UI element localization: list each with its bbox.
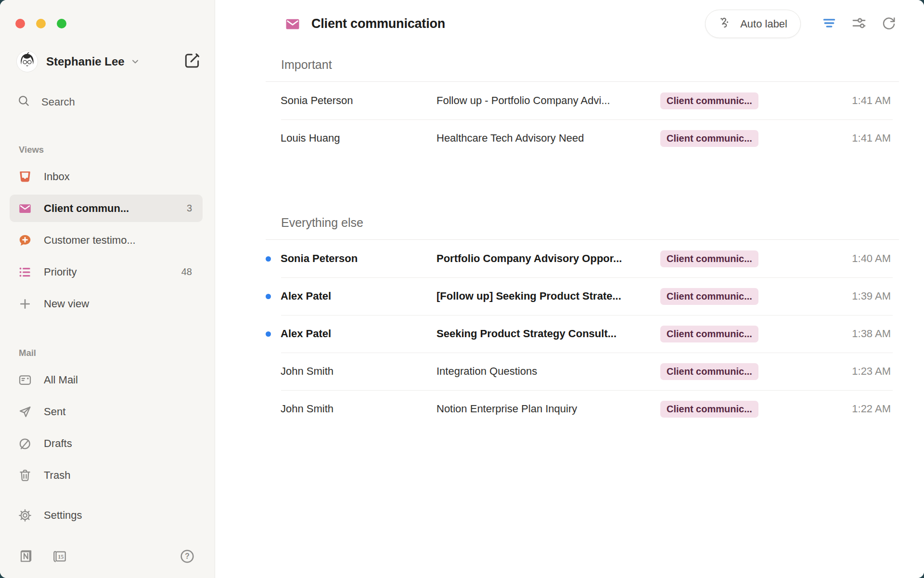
view-header: Client communication Auto label (215, 0, 924, 48)
sidebar-item-new-view[interactable]: New view (10, 290, 203, 317)
sidebar-item-all-mail[interactable]: All Mail (10, 366, 203, 394)
label-badge: Client communic... (660, 92, 758, 109)
label-badge: Client communic... (660, 130, 758, 147)
search-item[interactable]: Search (7, 90, 205, 115)
plus-icon (18, 297, 32, 311)
email-row[interactable]: Louis HuangHealthcare Tech Advisory Need… (266, 119, 899, 157)
refresh-icon (881, 15, 897, 32)
display-settings-button[interactable] (849, 14, 869, 34)
email-list: ImportantSonia PetersonFollow up - Portf… (215, 48, 924, 578)
unread-dot (266, 331, 271, 337)
email-time: 1:41 AM (782, 132, 899, 144)
sidebar-item-label: All Mail (44, 374, 78, 386)
sidebar-item-customer-testimo[interactable]: Customer testimo... (10, 226, 203, 254)
gear-icon (18, 508, 32, 523)
svg-text:?: ? (185, 552, 190, 560)
label-icon (284, 16, 301, 32)
email-time: 1:38 AM (782, 328, 899, 340)
chevron-down-icon (130, 57, 140, 66)
chat-plus-icon (18, 233, 32, 248)
sidebar-item-client-commun[interactable]: Client commun...3 (10, 195, 203, 222)
section-title: Important (266, 48, 899, 82)
sidebar: Stephanie Lee Search ViewsInboxCli (0, 0, 215, 578)
label-badge: Client communic... (660, 401, 758, 418)
close-button[interactable] (15, 19, 25, 28)
email-sender: John Smith (281, 403, 436, 415)
email-subject: Seeking Product Strategy Consult... (436, 328, 660, 340)
sidebar-item-label: Trash (44, 469, 70, 482)
email-subject: Notion Enterprise Plan Inquiry (436, 403, 660, 415)
draft-icon (18, 436, 32, 451)
email-sender: Sonia Peterson (281, 94, 436, 107)
email-row[interactable]: John SmithNotion Enterprise Plan Inquiry… (266, 390, 899, 428)
email-row[interactable]: John SmithIntegration QuestionsClient co… (266, 353, 899, 390)
filter-button[interactable] (819, 14, 839, 34)
compose-button[interactable] (183, 52, 201, 71)
sidebar-item-label: Priority (44, 266, 77, 278)
label-badge: Client communic... (660, 363, 758, 380)
account-switcher[interactable]: Stephanie Lee (16, 51, 201, 72)
email-time: 1:22 AM (782, 403, 899, 415)
sidebar-item-label: Client commun... (44, 202, 129, 215)
email-time: 1:41 AM (782, 94, 899, 107)
sidebar-item-label: Sent (44, 406, 65, 418)
sidebar-nav: ViewsInboxClient commun...3Customer test… (0, 115, 215, 493)
settings-label: Settings (44, 509, 82, 522)
filter-icon (821, 15, 837, 33)
label-badge: Client communic... (660, 250, 758, 267)
calendar-icon[interactable]: 15 (52, 549, 67, 564)
auto-label-text: Auto label (740, 18, 787, 30)
unread-dot (266, 294, 271, 299)
unread-dot (266, 256, 271, 262)
label-badge: Client communic... (660, 288, 758, 305)
email-subject: Healthcare Tech Advisory Need (436, 132, 660, 144)
compose-icon (183, 52, 201, 71)
email-row[interactable]: Sonia PetersonPortfolio Company Advisory… (266, 240, 899, 277)
email-sender: Sonia Peterson (281, 252, 436, 265)
svg-text:15: 15 (58, 553, 64, 560)
email-section: Everything elseSonia PetersonPortfolio C… (266, 206, 899, 428)
email-time: 1:40 AM (782, 252, 899, 265)
sidebar-footer: 15 ? (18, 545, 195, 567)
priority-list-icon (18, 265, 32, 279)
email-section: ImportantSonia PetersonFollow up - Portf… (266, 48, 899, 157)
sidebar-item-label: Customer testimo... (44, 234, 136, 247)
auto-label-icon (719, 15, 733, 33)
page-title: Client communication (311, 16, 445, 31)
email-time: 1:23 AM (782, 365, 899, 378)
refresh-button[interactable] (879, 14, 899, 34)
main-panel: Client communication Auto label (215, 0, 924, 578)
count-badge: 48 (181, 266, 192, 277)
email-sender: John Smith (281, 365, 436, 378)
email-sender: Alex Patel (281, 290, 436, 302)
sliders-icon (851, 15, 867, 33)
sidebar-item-drafts[interactable]: Drafts (10, 430, 203, 457)
email-subject: [Follow up] Seeking Product Strate... (436, 290, 660, 302)
help-button[interactable]: ? (179, 548, 195, 565)
auto-label-button[interactable]: Auto label (705, 10, 801, 38)
envelope-icon (18, 201, 32, 216)
email-row[interactable]: Alex PatelSeeking Product Strategy Consu… (266, 315, 899, 353)
user-name: Stephanie Lee (46, 55, 125, 68)
zoom-button[interactable] (57, 19, 66, 28)
avatar (16, 51, 38, 72)
email-subject: Follow up - Portfolio Company Advi... (436, 94, 660, 107)
all-mail-icon (18, 373, 32, 387)
search-icon (17, 94, 30, 110)
header-controls: Auto label (705, 10, 899, 38)
sidebar-item-priority[interactable]: Priority48 (10, 258, 203, 286)
search-label: Search (41, 96, 75, 108)
minimize-button[interactable] (36, 19, 46, 28)
notion-logo-icon[interactable] (18, 549, 34, 564)
app-window: Stephanie Lee Search ViewsInboxCli (0, 0, 924, 578)
sidebar-item-inbox[interactable]: Inbox (10, 163, 203, 190)
email-row[interactable]: Sonia PetersonFollow up - Portfolio Comp… (266, 82, 899, 119)
window-controls (0, 0, 215, 28)
inbox-icon (18, 170, 32, 184)
count-badge: 3 (187, 203, 192, 214)
email-row[interactable]: Alex Patel[Follow up] Seeking Product St… (266, 277, 899, 315)
sidebar-item-trash[interactable]: Trash (10, 461, 203, 489)
sidebar-item-sent[interactable]: Sent (10, 398, 203, 425)
sidebar-item-settings[interactable]: Settings (10, 501, 203, 529)
send-icon (18, 405, 32, 419)
